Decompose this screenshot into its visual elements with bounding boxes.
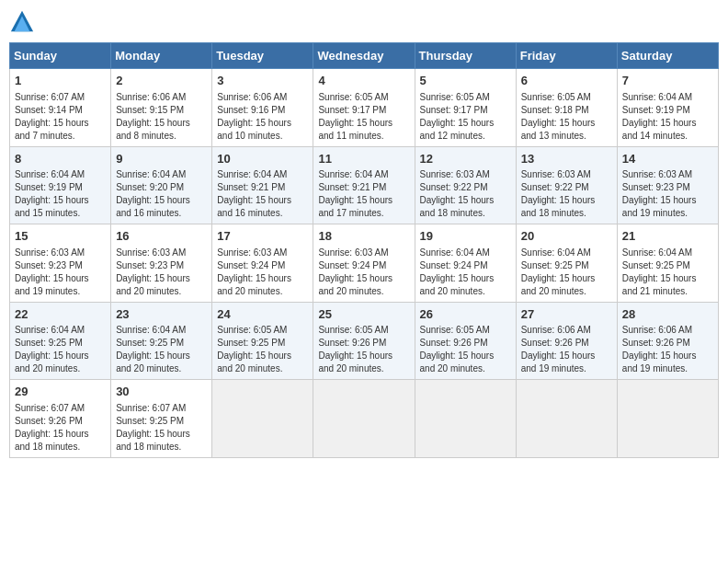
- logo-icon: [9, 9, 35, 35]
- day-info: Sunrise: 6:05 AM Sunset: 9:17 PM Dayligh…: [318, 91, 409, 143]
- day-number: 14: [622, 151, 713, 167]
- calendar-cell: 15Sunrise: 6:03 AM Sunset: 9:23 PM Dayli…: [10, 224, 111, 303]
- header-friday: Friday: [516, 43, 617, 69]
- day-number: 1: [15, 73, 106, 89]
- calendar-cell: 8Sunrise: 6:04 AM Sunset: 9:19 PM Daylig…: [10, 146, 111, 224]
- day-number: 12: [420, 151, 511, 167]
- calendar-cell: 22Sunrise: 6:04 AM Sunset: 9:25 PM Dayli…: [10, 302, 111, 380]
- day-info: Sunrise: 6:07 AM Sunset: 9:14 PM Dayligh…: [15, 91, 106, 143]
- calendar-cell: 16Sunrise: 6:03 AM Sunset: 9:23 PM Dayli…: [111, 224, 212, 303]
- day-number: 13: [521, 151, 612, 167]
- day-info: Sunrise: 6:04 AM Sunset: 9:19 PM Dayligh…: [15, 168, 106, 220]
- day-info: Sunrise: 6:05 AM Sunset: 9:18 PM Dayligh…: [521, 91, 612, 143]
- day-number: 9: [116, 151, 207, 167]
- day-info: Sunrise: 6:05 AM Sunset: 9:26 PM Dayligh…: [318, 324, 409, 375]
- calendar-cell: 20Sunrise: 6:04 AM Sunset: 9:25 PM Dayli…: [516, 224, 617, 303]
- calendar-week-3: 15Sunrise: 6:03 AM Sunset: 9:23 PM Dayli…: [10, 224, 719, 303]
- day-number: 5: [420, 73, 511, 89]
- calendar-cell: [212, 380, 313, 458]
- day-info: Sunrise: 6:04 AM Sunset: 9:25 PM Dayligh…: [622, 247, 713, 298]
- calendar-cell: 13Sunrise: 6:03 AM Sunset: 9:22 PM Dayli…: [516, 146, 617, 224]
- day-number: 30: [116, 384, 207, 400]
- calendar-cell: 26Sunrise: 6:05 AM Sunset: 9:26 PM Dayli…: [415, 302, 516, 380]
- calendar-cell: 12Sunrise: 6:03 AM Sunset: 9:22 PM Dayli…: [415, 146, 516, 224]
- day-number: 16: [116, 228, 207, 245]
- day-info: Sunrise: 6:04 AM Sunset: 9:24 PM Dayligh…: [420, 247, 511, 298]
- calendar-cell: 24Sunrise: 6:05 AM Sunset: 9:25 PM Dayli…: [212, 302, 313, 380]
- calendar-cell: 10Sunrise: 6:04 AM Sunset: 9:21 PM Dayli…: [212, 146, 313, 224]
- calendar-cell: 9Sunrise: 6:04 AM Sunset: 9:20 PM Daylig…: [111, 146, 212, 224]
- calendar-cell: [313, 380, 415, 458]
- day-number: 24: [217, 306, 308, 323]
- header-wednesday: Wednesday: [313, 43, 415, 69]
- day-info: Sunrise: 6:06 AM Sunset: 9:16 PM Dayligh…: [217, 91, 308, 143]
- day-info: Sunrise: 6:07 AM Sunset: 9:26 PM Dayligh…: [15, 402, 106, 454]
- calendar-cell: 30Sunrise: 6:07 AM Sunset: 9:25 PM Dayli…: [111, 380, 212, 458]
- day-number: 6: [521, 73, 612, 89]
- calendar-week-2: 8Sunrise: 6:04 AM Sunset: 9:19 PM Daylig…: [10, 146, 719, 224]
- day-number: 10: [217, 151, 308, 167]
- calendar-week-1: 1Sunrise: 6:07 AM Sunset: 9:14 PM Daylig…: [10, 69, 719, 147]
- calendar-cell: 29Sunrise: 6:07 AM Sunset: 9:26 PM Dayli…: [10, 380, 111, 458]
- calendar-cell: 11Sunrise: 6:04 AM Sunset: 9:21 PM Dayli…: [313, 146, 415, 224]
- calendar-cell: 28Sunrise: 6:06 AM Sunset: 9:26 PM Dayli…: [617, 302, 718, 380]
- day-number: 28: [622, 306, 713, 323]
- header-sunday: Sunday: [10, 43, 111, 69]
- day-info: Sunrise: 6:03 AM Sunset: 9:23 PM Dayligh…: [622, 168, 713, 220]
- day-info: Sunrise: 6:05 AM Sunset: 9:26 PM Dayligh…: [420, 324, 511, 375]
- day-number: 11: [318, 151, 409, 167]
- day-info: Sunrise: 6:06 AM Sunset: 9:15 PM Dayligh…: [116, 91, 207, 143]
- day-number: 7: [622, 73, 713, 89]
- day-info: Sunrise: 6:04 AM Sunset: 9:21 PM Dayligh…: [318, 168, 409, 220]
- day-info: Sunrise: 6:03 AM Sunset: 9:23 PM Dayligh…: [116, 247, 207, 298]
- calendar-cell: 7Sunrise: 6:04 AM Sunset: 9:19 PM Daylig…: [617, 69, 718, 147]
- calendar-cell: 3Sunrise: 6:06 AM Sunset: 9:16 PM Daylig…: [212, 69, 313, 147]
- calendar-cell: 19Sunrise: 6:04 AM Sunset: 9:24 PM Dayli…: [415, 224, 516, 303]
- day-info: Sunrise: 6:04 AM Sunset: 9:19 PM Dayligh…: [622, 91, 713, 143]
- day-info: Sunrise: 6:06 AM Sunset: 9:26 PM Dayligh…: [521, 324, 612, 375]
- day-info: Sunrise: 6:07 AM Sunset: 9:25 PM Dayligh…: [116, 402, 207, 454]
- day-number: 17: [217, 228, 308, 245]
- logo: [9, 9, 39, 35]
- calendar-cell: [415, 380, 516, 458]
- calendar-week-5: 29Sunrise: 6:07 AM Sunset: 9:26 PM Dayli…: [10, 380, 719, 458]
- header-saturday: Saturday: [617, 43, 718, 69]
- day-number: 18: [318, 228, 409, 245]
- calendar-week-4: 22Sunrise: 6:04 AM Sunset: 9:25 PM Dayli…: [10, 302, 719, 380]
- day-number: 22: [15, 306, 106, 323]
- day-info: Sunrise: 6:04 AM Sunset: 9:25 PM Dayligh…: [116, 324, 207, 375]
- calendar-cell: 4Sunrise: 6:05 AM Sunset: 9:17 PM Daylig…: [313, 69, 415, 147]
- day-info: Sunrise: 6:03 AM Sunset: 9:23 PM Dayligh…: [15, 247, 106, 298]
- calendar-cell: 21Sunrise: 6:04 AM Sunset: 9:25 PM Dayli…: [617, 224, 718, 303]
- calendar-cell: [617, 380, 718, 458]
- day-number: 27: [521, 306, 612, 323]
- day-number: 20: [521, 228, 612, 245]
- day-info: Sunrise: 6:03 AM Sunset: 9:22 PM Dayligh…: [420, 168, 511, 220]
- calendar-cell: 5Sunrise: 6:05 AM Sunset: 9:17 PM Daylig…: [415, 69, 516, 147]
- calendar-cell: 25Sunrise: 6:05 AM Sunset: 9:26 PM Dayli…: [313, 302, 415, 380]
- day-info: Sunrise: 6:04 AM Sunset: 9:21 PM Dayligh…: [217, 168, 308, 220]
- day-info: Sunrise: 6:04 AM Sunset: 9:25 PM Dayligh…: [15, 324, 106, 375]
- calendar-cell: 23Sunrise: 6:04 AM Sunset: 9:25 PM Dayli…: [111, 302, 212, 380]
- calendar-table: SundayMondayTuesdayWednesdayThursdayFrid…: [9, 42, 719, 458]
- page-header: [9, 9, 719, 35]
- calendar-cell: 18Sunrise: 6:03 AM Sunset: 9:24 PM Dayli…: [313, 224, 415, 303]
- day-info: Sunrise: 6:03 AM Sunset: 9:22 PM Dayligh…: [521, 168, 612, 220]
- day-info: Sunrise: 6:03 AM Sunset: 9:24 PM Dayligh…: [217, 247, 308, 298]
- day-number: 4: [318, 73, 409, 89]
- calendar-cell: 17Sunrise: 6:03 AM Sunset: 9:24 PM Dayli…: [212, 224, 313, 303]
- day-number: 19: [420, 228, 511, 245]
- day-number: 25: [318, 306, 409, 323]
- calendar-cell: 27Sunrise: 6:06 AM Sunset: 9:26 PM Dayli…: [516, 302, 617, 380]
- header-thursday: Thursday: [415, 43, 516, 69]
- calendar-cell: 1Sunrise: 6:07 AM Sunset: 9:14 PM Daylig…: [10, 69, 111, 147]
- calendar-cell: 14Sunrise: 6:03 AM Sunset: 9:23 PM Dayli…: [617, 146, 718, 224]
- calendar-header-row: SundayMondayTuesdayWednesdayThursdayFrid…: [10, 43, 719, 69]
- header-monday: Monday: [111, 43, 212, 69]
- day-number: 29: [15, 384, 106, 400]
- day-number: 23: [116, 306, 207, 323]
- day-number: 26: [420, 306, 511, 323]
- day-info: Sunrise: 6:05 AM Sunset: 9:17 PM Dayligh…: [420, 91, 511, 143]
- day-info: Sunrise: 6:04 AM Sunset: 9:25 PM Dayligh…: [521, 247, 612, 298]
- day-info: Sunrise: 6:03 AM Sunset: 9:24 PM Dayligh…: [318, 247, 409, 298]
